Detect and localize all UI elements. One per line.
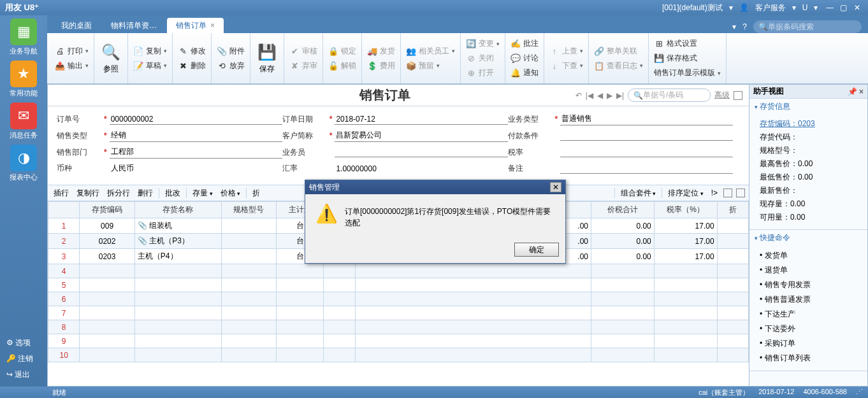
attach-button[interactable]: 📎附件 (215, 45, 246, 58)
table-row[interactable]: 8 (48, 320, 749, 334)
sec-quick-cmd[interactable]: 快捷命令 (749, 230, 867, 246)
maximize-button[interactable]: ▢ (838, 3, 850, 12)
layout-icon[interactable] (734, 91, 742, 100)
table-row[interactable]: 5 (48, 278, 749, 292)
discount-btn[interactable]: 折 (250, 188, 262, 199)
price-dd[interactable]: 价格 (219, 188, 243, 199)
nav-next-icon[interactable]: ▶ (607, 91, 612, 100)
save-format-button[interactable]: 💾保存格式 (653, 52, 722, 65)
tab-desktop[interactable]: 我的桌面 (52, 18, 101, 33)
exrate-field[interactable]: 1.00000000 (335, 164, 507, 174)
insert-row[interactable]: 插行 (52, 188, 71, 199)
unlock-button[interactable]: 🔓解锁 (327, 59, 358, 73)
customer-service[interactable]: 客户服务 (755, 3, 786, 13)
currency-field[interactable]: 人民币 (110, 162, 282, 174)
quick-cmd-item[interactable]: 销售普通发票 (760, 292, 861, 307)
col-header[interactable]: 存货编码 (80, 202, 134, 218)
nav-reports[interactable]: ◑报表中心 (4, 144, 43, 182)
col-header[interactable]: 折 (717, 202, 748, 218)
order-no-field[interactable]: 0000000002 (110, 114, 282, 125)
options-link[interactable]: 选项 (0, 335, 47, 351)
quick-cmd-item[interactable]: 采购订单 (760, 336, 861, 351)
display-template-button[interactable]: 销售订单显示模版 (653, 66, 722, 80)
notify-button[interactable]: 🔔通知 (509, 66, 540, 80)
draft-button[interactable]: 📝草稿 (132, 59, 168, 73)
view-log-button[interactable]: 📋查看日志 (593, 59, 644, 73)
sec-inventory-info[interactable]: 存货信息 (749, 99, 867, 115)
fee-button[interactable]: 💲费用 (366, 59, 396, 73)
logout-link[interactable]: 注销 (0, 351, 47, 367)
dept-field[interactable]: 工程部 (110, 146, 282, 159)
save-button[interactable]: 💾保存 (254, 41, 280, 76)
nav-prev-icon[interactable]: ◀ (597, 91, 603, 100)
col-header[interactable]: 税率（%） (654, 202, 717, 218)
rel-staff-button[interactable]: 👥相关员工 (405, 45, 456, 58)
dialog-close-icon[interactable]: ✕ (550, 182, 561, 192)
customer-field[interactable]: 昌新贸易公司 (335, 129, 507, 142)
table-row[interactable]: 10 (48, 348, 749, 362)
nav-business[interactable]: ▦业务导航 (4, 18, 43, 56)
help-icon[interactable]: ? (742, 22, 747, 31)
sale-type-field[interactable]: 经销 (110, 129, 282, 142)
tab-sales-order[interactable]: 销售订单× (167, 18, 224, 33)
ok-button[interactable]: 确定 (514, 243, 559, 257)
abandon-button[interactable]: ⟲放弃 (215, 59, 246, 73)
delete-row[interactable]: 删行 (136, 188, 155, 199)
col-header[interactable]: 价税合计 (591, 202, 655, 218)
col-header[interactable]: 规格型号 (221, 202, 276, 218)
exit-link[interactable]: 退出 (0, 367, 47, 383)
barcode-search[interactable]: 🔍 单据条码搜索 (753, 20, 862, 33)
grid-opt2[interactable] (736, 188, 745, 197)
downquery-button[interactable]: ↓下查 (548, 59, 584, 73)
doc-search-input[interactable]: 🔍 单据号/条码 (628, 89, 711, 102)
quick-cmd-item[interactable]: 下达委外 (760, 322, 861, 336)
quick-cmd-item[interactable]: 销售订单列表 (760, 351, 861, 366)
kit-dd[interactable]: 组合套件 (619, 188, 658, 199)
pay-terms-field[interactable] (560, 131, 733, 141)
tab-bom[interactable]: 物料清单资… (102, 18, 166, 33)
minimize-button[interactable]: — (824, 3, 835, 12)
ship-button[interactable]: 🚚发货 (366, 45, 396, 58)
grid-opt1[interactable] (723, 188, 732, 197)
advanced-search[interactable]: 高级 (714, 90, 730, 101)
lock-button[interactable]: 🔒锁定 (327, 45, 358, 58)
table-row[interactable]: 9 (48, 334, 749, 348)
nav-undo-icon[interactable]: ↶ (575, 91, 582, 100)
salesman-field[interactable] (335, 147, 507, 157)
tax-rate-field[interactable] (560, 147, 733, 157)
print-button[interactable]: 🖨打印 (54, 45, 90, 58)
open-doc-button[interactable]: ⊕打开 (465, 66, 501, 80)
output-button[interactable]: 📤输出 (54, 59, 90, 73)
copy-button[interactable]: 📄复制 (132, 45, 168, 58)
delete-button[interactable]: ✖删除 (177, 59, 207, 73)
quick-cmd-item[interactable]: 发货单 (760, 248, 861, 263)
reserve-button[interactable]: 📦预留 (405, 59, 456, 73)
nav-favorites[interactable]: ★常用功能 (4, 60, 43, 98)
reference-button[interactable]: 🔍参照 (98, 41, 124, 76)
col-header[interactable] (48, 202, 80, 218)
table-row[interactable]: 7 (48, 306, 749, 320)
pin-icon[interactable]: 📌 × (848, 87, 864, 96)
col-header[interactable]: 存货名称 (134, 202, 221, 218)
nav-first-icon[interactable]: |◀ (586, 91, 593, 100)
inv-code-link[interactable]: 存货编码：0203 (760, 117, 861, 131)
close-button[interactable]: ✕ (851, 3, 863, 12)
biz-type-field[interactable]: 普通销售 (560, 113, 733, 125)
full-link-button[interactable]: 🔗整单关联 (593, 45, 644, 58)
account-dd-icon[interactable]: ▾ (729, 3, 733, 12)
quick-cmd-item[interactable]: 退货单 (760, 263, 861, 278)
remark-field[interactable] (560, 164, 733, 174)
tabs-dd-icon[interactable]: ▾ (732, 22, 736, 31)
nav-last-icon[interactable]: ▶| (616, 91, 624, 100)
quick-cmd-item[interactable]: 销售专用发票 (760, 278, 861, 292)
u-menu[interactable]: U (802, 3, 808, 12)
change-button[interactable]: 🔄变更 (465, 37, 501, 50)
quick-cmd-item[interactable]: 下达生产 (760, 307, 861, 322)
stock-dd[interactable]: 存量 (191, 188, 215, 199)
account-label[interactable]: [001](default)测试 (662, 3, 723, 13)
nav-messages[interactable]: ✉消息任务 (4, 102, 43, 140)
table-row[interactable]: 6 (48, 292, 749, 306)
split-row[interactable]: 拆分行 (105, 188, 132, 199)
audit-button[interactable]: ✔审核 (288, 45, 319, 58)
upquery-button[interactable]: ↑上查 (548, 45, 584, 58)
